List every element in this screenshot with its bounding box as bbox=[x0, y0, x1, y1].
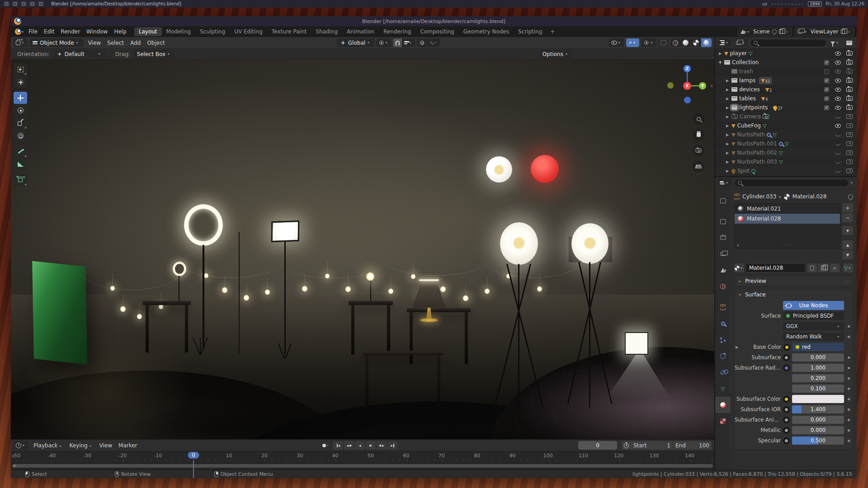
workspace-tab-scripting[interactable]: Scripting bbox=[514, 27, 547, 36]
keyboard-layout-indicator[interactable]: us bbox=[762, 1, 768, 6]
menu-file[interactable]: File bbox=[25, 28, 41, 36]
surface-shader-field[interactable]: Principled BSDF bbox=[783, 312, 844, 320]
string-bulb[interactable] bbox=[345, 286, 351, 292]
move-tool[interactable] bbox=[14, 92, 27, 104]
table-top[interactable] bbox=[363, 351, 443, 355]
select-box-tool[interactable] bbox=[14, 63, 27, 75]
ortho-grid-button[interactable] bbox=[693, 160, 704, 172]
falloff-dropdown[interactable]: ∿ ▾ bbox=[427, 38, 440, 47]
breadcrumb-material[interactable]: Material.028 bbox=[793, 193, 826, 200]
tab-modifiers[interactable] bbox=[715, 315, 731, 332]
slider-metallic[interactable]: 0.000 bbox=[792, 426, 844, 434]
slider-subsurface[interactable]: 0.000 bbox=[792, 353, 844, 361]
animate-dot[interactable] bbox=[848, 419, 850, 421]
outliner-editor-type-button[interactable]: ▾ bbox=[717, 38, 732, 47]
nodetree-dropdown[interactable]: ▽▾ bbox=[843, 263, 853, 272]
checkbox-checked-icon[interactable]: ✓ bbox=[824, 87, 829, 92]
tab-material[interactable] bbox=[715, 397, 731, 413]
render-disabled-icon[interactable] bbox=[846, 150, 853, 155]
snap-mode-dropdown[interactable]: ▾ bbox=[402, 38, 415, 47]
table-top[interactable] bbox=[143, 301, 191, 305]
gizmo-y-axis[interactable]: Y bbox=[699, 82, 706, 89]
studio-light-right[interactable] bbox=[571, 223, 609, 264]
string-bulb[interactable] bbox=[302, 286, 307, 292]
workspace-tab-geometry-nodes[interactable]: Geometry Nodes bbox=[459, 27, 514, 36]
disclosure-icon[interactable]: ▶ bbox=[725, 133, 730, 137]
string-bulb[interactable] bbox=[244, 295, 249, 301]
list-expand-icon[interactable]: ▸ bbox=[737, 243, 739, 247]
checkbox-checked-icon[interactable]: ✓ bbox=[824, 60, 829, 65]
render-visibility-icon[interactable] bbox=[846, 69, 853, 74]
properties-editor-type-button[interactable]: ▾ bbox=[717, 178, 732, 187]
menu-edit[interactable]: Edit bbox=[41, 28, 57, 36]
base-color-link-field[interactable]: red bbox=[793, 343, 844, 351]
close-icon[interactable]: × bbox=[847, 29, 851, 34]
disclosure-icon[interactable]: ▶ bbox=[725, 160, 730, 164]
current-frame-field[interactable]: 0 bbox=[578, 441, 617, 450]
gizmo-minus-z-axis[interactable] bbox=[684, 97, 691, 103]
checkbox-checked-icon[interactable]: ✓ bbox=[824, 78, 829, 83]
pin-icon[interactable] bbox=[771, 28, 778, 35]
os-window-icon[interactable] bbox=[12, 1, 18, 6]
auto-keying-toggle[interactable]: ▾ bbox=[321, 441, 331, 450]
tab-physics[interactable] bbox=[715, 348, 731, 364]
overlays-dropdown[interactable]: ▾ bbox=[641, 38, 656, 47]
copy-icon[interactable] bbox=[779, 29, 783, 34]
outliner-row-lamps[interactable]: ▶lamps▼43✓ bbox=[715, 76, 857, 85]
timeline-menu-keying[interactable]: Keying ▾ bbox=[66, 441, 96, 450]
move-slot-down-button[interactable]: ▼ bbox=[842, 250, 853, 259]
checkbox-unchecked-icon[interactable] bbox=[824, 69, 829, 74]
start-frame-field[interactable]: Start 1 bbox=[631, 441, 673, 450]
slider-subsurface-ior[interactable]: 1.400 bbox=[792, 405, 844, 413]
expander-icon[interactable]: ▶ bbox=[735, 345, 739, 349]
transform-orientation-dropdown[interactable]: Global ▾ bbox=[337, 38, 374, 47]
disclosure-icon[interactable]: ▼ bbox=[718, 61, 722, 65]
timeline-scrollbar[interactable] bbox=[12, 464, 713, 468]
pan-hand-button[interactable] bbox=[693, 129, 704, 141]
render-disabled-icon[interactable] bbox=[846, 114, 853, 119]
gizmo-toggle[interactable]: ↗▾ bbox=[626, 38, 639, 47]
outliner-search-input[interactable] bbox=[750, 39, 826, 47]
shading-rendered-button[interactable] bbox=[701, 38, 712, 47]
clock[interactable]: Fri, 30 Aug 12:26 bbox=[826, 1, 864, 6]
tab-view-layer[interactable] bbox=[715, 246, 731, 262]
scale-tool[interactable] bbox=[14, 117, 27, 129]
string-bulb[interactable] bbox=[325, 273, 330, 279]
shading-solid-button[interactable] bbox=[680, 38, 691, 47]
render-visibility-icon[interactable] bbox=[846, 87, 853, 92]
tab-world[interactable] bbox=[715, 278, 731, 295]
annotate-tool[interactable] bbox=[14, 145, 27, 158]
next-keyframe-button[interactable]: ◆▸ bbox=[377, 441, 387, 450]
properties-search-input[interactable] bbox=[734, 179, 849, 187]
outliner-row-tables[interactable]: ▶tables▼4✓ bbox=[715, 94, 857, 103]
menu-window[interactable]: Window bbox=[83, 28, 111, 36]
render-visibility-icon[interactable] bbox=[846, 78, 853, 83]
snap-toggle[interactable] bbox=[393, 38, 402, 47]
gizmo-x-axis[interactable]: X bbox=[683, 82, 691, 90]
timeline-ruler[interactable]: › -50-40-30-20-1001020304050607080901001… bbox=[11, 451, 714, 462]
viewport-menu-select[interactable]: Select bbox=[104, 39, 127, 47]
eye-closed-icon[interactable] bbox=[835, 133, 841, 136]
string-bulb[interactable] bbox=[463, 295, 468, 301]
eye-open-icon[interactable] bbox=[835, 70, 841, 74]
timeline-menu-playback[interactable]: Playback ▾ bbox=[30, 441, 66, 450]
color-swatch[interactable] bbox=[792, 395, 844, 403]
render-visibility-icon[interactable] bbox=[846, 105, 853, 110]
softbox-panel-light[interactable] bbox=[271, 221, 300, 242]
unlink-material-button[interactable]: × bbox=[830, 263, 840, 272]
transform-tool[interactable] bbox=[14, 130, 27, 142]
cursor-tool[interactable] bbox=[14, 76, 27, 88]
add-slot-button[interactable]: + bbox=[842, 203, 853, 212]
options-dropdown[interactable]: Options ▾ bbox=[539, 50, 572, 58]
workspace-tab-animation[interactable]: Animation bbox=[342, 27, 379, 36]
camera-view-button[interactable] bbox=[693, 145, 704, 156]
eye-open-icon[interactable] bbox=[835, 79, 841, 83]
eye-open-icon[interactable] bbox=[835, 88, 841, 92]
disclosure-icon[interactable]: ▶ bbox=[725, 79, 730, 83]
disclosure-icon[interactable]: ▶ bbox=[725, 115, 730, 119]
end-frame-field[interactable]: End 100 bbox=[673, 441, 712, 450]
small-ring-light[interactable] bbox=[173, 262, 186, 276]
prev-keyframe-button[interactable]: ◂◆ bbox=[344, 441, 354, 450]
os-window-icon[interactable] bbox=[29, 1, 35, 6]
render-visibility-icon[interactable] bbox=[846, 96, 853, 101]
